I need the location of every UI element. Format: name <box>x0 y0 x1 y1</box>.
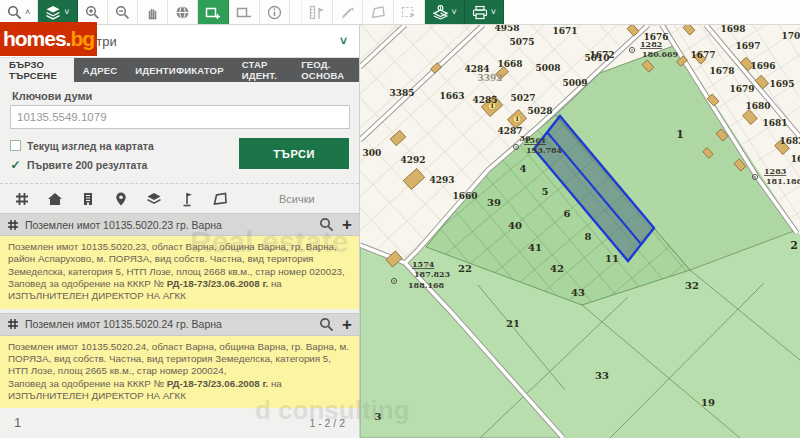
parcel-number-label: 300 <box>363 148 382 158</box>
page-range-label: 1 - 2 / 2 <box>309 417 345 429</box>
checkbox-icon[interactable] <box>10 140 21 151</box>
select-rectangle-button[interactable] <box>198 0 229 24</box>
survey-point-id: 1282 <box>640 39 662 49</box>
geodetic-point-icon[interactable] <box>179 191 195 207</box>
survey-point-elevation: 181.186 <box>766 176 800 186</box>
result-title: Поземлен имот 10135.5020.24 гр. Варна <box>25 318 222 330</box>
export-dropdown-button[interactable]: ˅ <box>425 0 465 24</box>
export-layers-icon <box>432 5 449 20</box>
toolbar-gap <box>290 0 302 24</box>
parcel-number-label: 1668 <box>497 59 522 69</box>
zoom-out-button[interactable] <box>108 0 138 24</box>
add-result-icon[interactable]: + <box>342 316 352 333</box>
zoom-in-button[interactable] <box>78 0 108 24</box>
tab-geod-basis[interactable]: ГЕОД. ОСНОВА <box>292 58 359 82</box>
deselect-rectangle-button[interactable] <box>229 0 260 24</box>
object-type-filter-row: Всички <box>0 184 359 213</box>
parcel-number-label: 33 <box>595 370 609 381</box>
parcel-number-label: 1696 <box>750 61 775 71</box>
map-toolbar: ˄ ˅ <box>0 0 800 25</box>
survey-point-id: 1283 <box>764 166 787 176</box>
order-prefix: Заповед за одобрение на КККР № <box>8 378 167 389</box>
parcel-number-label: 5027 <box>510 93 535 103</box>
tab-old-ident[interactable]: СТАР ИДЕНТ. <box>233 58 293 82</box>
checkbox-current-view[interactable]: Текущ изглед на картата <box>10 136 239 155</box>
parcel-number-label: 1682 <box>779 136 800 146</box>
deselect-rect-icon <box>236 5 252 20</box>
select-region-button[interactable] <box>394 0 425 24</box>
search-button[interactable]: ˄ <box>0 0 38 24</box>
parcel-number-label: 1678 <box>709 66 734 76</box>
zoom-to-result-icon[interactable] <box>319 317 334 332</box>
tab-identifier[interactable]: ИДЕНТИФИКАТОР <box>126 58 232 82</box>
parcel-number-label: 1698 <box>720 25 745 34</box>
zoom-to-result-icon[interactable] <box>319 217 334 232</box>
overview-globe-button[interactable] <box>168 0 198 24</box>
parcel-number-label: 1680 <box>745 101 770 111</box>
search-icon <box>7 5 22 20</box>
measure-distance-button[interactable] <box>333 0 363 24</box>
result-title: Поземлен имот 10135.5020.23 гр. Варна <box>25 219 222 231</box>
measure-area-button[interactable] <box>363 0 394 24</box>
parcel-number-label: 19 <box>701 397 715 408</box>
cadastral-map[interactable]: 11 4958167150751672166850105008500942843… <box>360 25 800 438</box>
parcel-grid-icon <box>7 318 19 330</box>
layers-dropdown-button[interactable]: ˅ <box>38 0 77 24</box>
caret-down-icon[interactable]: ˅ <box>491 8 496 17</box>
parcel-number-label: 16 <box>791 154 800 164</box>
print-dropdown-button[interactable]: ˅ <box>465 0 504 24</box>
keywords-label: Ключови думи <box>12 90 347 102</box>
zone-polygon-icon[interactable] <box>212 191 228 207</box>
parcel-number-label: 5 <box>542 186 549 197</box>
hand-icon <box>145 5 160 20</box>
survey-point-id: 1561 <box>524 135 546 145</box>
point-marker-icon[interactable] <box>113 191 129 207</box>
add-result-icon[interactable]: + <box>342 216 352 233</box>
filter-all-label[interactable]: Всички <box>279 193 315 205</box>
condo-building-icon[interactable] <box>80 191 96 207</box>
info-button[interactable] <box>260 0 290 24</box>
chevron-down-icon[interactable]: ˅ <box>340 34 347 48</box>
tab-quick-search[interactable]: БЪРЗО ТЪРСЕНЕ <box>0 58 74 82</box>
parcel-number-label: 8 <box>585 231 592 242</box>
tab-address[interactable]: АДРЕС <box>74 58 127 82</box>
parcel-number-label: 2 <box>790 239 798 252</box>
caret-down-icon[interactable]: ˅ <box>64 8 69 17</box>
survey-point-elevation: 193.784 <box>526 145 563 155</box>
pan-button[interactable] <box>138 0 168 24</box>
building-home-icon[interactable] <box>47 191 63 207</box>
survey-point-elevation: 188.168 <box>408 280 445 290</box>
parcel-number-label: 39 <box>487 197 501 208</box>
caret-down-icon[interactable]: ˅ <box>452 8 457 17</box>
parcel-number-label: 1671 <box>552 26 577 36</box>
parcel-number-label: 3385 <box>389 88 414 98</box>
checkmark-icon[interactable]: ✓ <box>10 158 21 172</box>
parcel-number-label: 1695 <box>769 79 794 89</box>
keywords-input[interactable] <box>10 105 350 129</box>
page-number-button[interactable]: 1 <box>14 415 21 430</box>
parcel-number-label: 1660 <box>452 191 477 201</box>
result-header-1[interactable]: Поземлен имот 10135.5020.23 гр. Варна + <box>0 213 359 236</box>
measure-position-button[interactable] <box>302 0 333 24</box>
result-header-2[interactable]: Поземлен имот 10135.5020.24 гр. Варна + <box>0 313 359 336</box>
parcel-grid-icon[interactable] <box>14 191 30 207</box>
checkbox-first-200[interactable]: ✓ Първите 200 резултата <box>10 155 239 174</box>
caret-up-icon[interactable]: ˄ <box>25 8 30 17</box>
homes-bg-logo[interactable]: homes.bg <box>0 22 97 56</box>
zoom-in-icon <box>85 5 100 20</box>
app-window: ˄ ˅ <box>0 0 800 438</box>
layers-filter-icon[interactable] <box>146 191 162 207</box>
search-submit-button[interactable]: ТЪРСИ <box>239 138 349 169</box>
search-panel: Карта и регистри ˅ БЪРЗО ТЪРСЕНЕ АДРЕС И… <box>0 25 360 438</box>
parcel-number-label: 22 <box>458 263 472 274</box>
parcel-number-label: 1677 <box>690 50 715 60</box>
parcel-number-label: 41 <box>528 242 542 253</box>
survey-point-elevation: 187.823 <box>414 269 451 279</box>
search-tabs: БЪРЗО ТЪРСЕНЕ АДРЕС ИДЕНТИФИКАТОР СТАР И… <box>0 58 359 82</box>
survey-point-center <box>754 176 756 178</box>
survey-point-center <box>631 49 633 51</box>
parcel-number-label: 43 <box>571 287 585 298</box>
order-number: РД-18-73/23.06.2008 г. <box>167 378 269 389</box>
parcel-number-label: 6 <box>564 208 571 219</box>
search-options-row: Текущ изглед на картата ✓ Първите 200 ре… <box>10 136 349 174</box>
